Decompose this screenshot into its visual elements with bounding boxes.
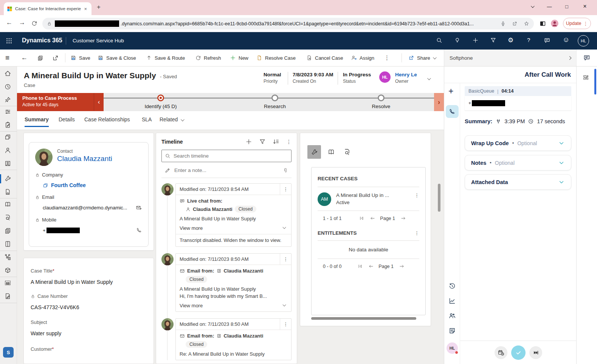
horizontal-scrollbar[interactable] [311,317,416,320]
smiley-icon[interactable]: ☺ [563,36,569,44]
stage-resolve-dot[interactable] [378,94,385,101]
owner-avatar[interactable]: HL [379,71,391,83]
article-search-icon[interactable] [4,214,11,221]
browser-menu-chevron-icon[interactable] [523,0,541,13]
more-commands-icon[interactable]: ⋮ [384,50,390,66]
wrap-up-code-accordion[interactable]: Wrap Up Code • Optional [465,135,571,151]
contacts-person-icon[interactable] [4,147,11,154]
tab-case-relationships[interactable]: Case Relationships [84,116,130,126]
notes-icon[interactable] [448,327,456,335]
search-icon[interactable] [436,37,442,43]
stage-identify-dot[interactable] [157,94,164,101]
area-switcher-badge[interactable]: S [3,347,14,358]
tab-details[interactable]: Details [59,116,75,126]
case-row-more-icon[interactable]: ⋮ [414,192,419,198]
case-title-value[interactable]: A Mineral Build Up in Water Supply [31,279,147,285]
lightbulb-icon[interactable] [454,37,461,43]
first-page-icon[interactable] [359,215,364,221]
window-close-button[interactable]: × [576,0,594,13]
queues-document-icon[interactable] [4,188,11,195]
knowledge-books-icon[interactable] [4,201,11,208]
refresh-button[interactable]: Refresh [195,50,221,66]
softphone-panel-header[interactable]: Softphone [444,50,576,66]
related-tab-search-icon[interactable] [343,148,351,156]
microphone-icon[interactable] [500,21,506,26]
first-page-icon[interactable] [357,263,363,269]
entry-contact-name[interactable]: Claudia Mazzanti [193,206,233,212]
browser-forward-button[interactable]: → [19,19,25,26]
conversations-corner-button[interactable] [576,50,597,66]
flow-alert-icon[interactable] [4,253,11,260]
collapse-header-chevron-icon[interactable] [427,75,430,82]
send-email-icon[interactable] [136,204,142,211]
contact-photo-avatar[interactable] [35,149,53,166]
book-icon[interactable] [4,240,11,248]
owner-name-link[interactable]: Henry Le [395,72,417,77]
case-number-value[interactable]: CAS-47732-V4V6K6 [31,304,147,310]
previous-page-icon[interactable] [370,215,375,221]
tab-close-icon[interactable]: × [82,6,88,12]
share-icon[interactable] [512,21,518,26]
open-in-new-window-icon[interactable] [52,50,59,66]
history-icon[interactable] [448,282,456,290]
owner-field[interactable]: Henry Le Owner [395,72,417,84]
social-profiles-icon[interactable] [4,160,11,167]
note-entry-row[interactable] [161,163,292,178]
save-button[interactable]: Save [70,50,90,66]
recent-clock-icon[interactable] [4,83,11,90]
user-avatar[interactable]: HL [578,35,589,46]
view-more-row[interactable]: View more [180,302,287,308]
active-call-tab[interactable] [446,105,459,118]
favorite-star-icon[interactable] [524,21,529,26]
apps-puzzle-icon[interactable] [582,74,589,81]
help-icon[interactable]: ? [527,37,530,43]
entry-more-icon[interactable]: ⋮ [280,319,291,330]
entry-more-icon[interactable]: ⋮ [280,184,291,195]
stage-identify-label[interactable]: Identify (45 D) [145,104,177,109]
company-link[interactable]: Fourth Coffee [51,182,86,188]
vertical-scrollbar[interactable] [438,184,440,212]
dashboards-icon[interactable] [4,108,11,115]
browser-profile-avatar[interactable] [550,19,559,28]
note-input[interactable] [174,167,279,173]
address-bar[interactable]: .dynamics.com/main.aspx?appid=6685b74b-f… [42,18,534,29]
resolve-case-button[interactable]: Resolve Case [256,50,296,66]
products-box-icon[interactable] [4,266,11,274]
cases-wrench-icon[interactable] [4,175,11,182]
skip-acw-button[interactable] [529,346,542,359]
app-name[interactable]: Customer Service Hub [73,38,124,43]
entry-subject[interactable]: Re: A Mineral Build Up in Water Supply [180,351,287,357]
email-template-icon[interactable] [4,279,11,287]
previous-page-icon[interactable] [368,263,374,269]
document-edit-icon[interactable] [4,293,11,300]
accounts-squares-icon[interactable] [4,133,11,141]
recent-case-row[interactable]: AM A Mineral Build Up in ... Active ⋮ [318,192,419,206]
process-scroll-right-chevron[interactable]: › [434,93,444,111]
new-tab-button[interactable]: + [97,3,101,11]
timeline-search-input[interactable] [174,153,288,159]
entry-subject[interactable]: A Mineral Build Up in Water Supply [180,216,287,221]
sitemap-hamburger-icon[interactable]: ≡ [5,50,9,66]
feedback-chat-icon[interactable] [544,37,550,44]
analytics-chart-icon[interactable] [448,297,456,305]
related-tab-knowledge-icon[interactable] [327,148,335,156]
filter-timeline-icon[interactable] [259,138,266,145]
stage-research-label[interactable]: Research [264,104,286,109]
cancel-case-button[interactable]: Cancel Case [306,50,343,66]
window-minimize-button[interactable]: — [541,0,558,13]
attached-data-accordion[interactable]: Attached Data [465,174,571,190]
settings-gear-icon[interactable]: ⚙ [508,36,513,44]
timeline-more-icon[interactable]: ⋮ [286,139,292,145]
new-session-plus-icon[interactable]: + [448,86,453,96]
pinned-pin-icon[interactable] [4,96,11,103]
stage-research-dot[interactable] [271,94,278,101]
brand-title[interactable]: Dynamics 365 [22,37,62,44]
waffle-menu-icon[interactable] [6,37,12,44]
summary-doc-icon[interactable] [37,50,43,66]
next-page-icon[interactable] [400,215,406,221]
company-value-row[interactable]: Fourth Coffee [43,182,142,188]
contact-name-link[interactable]: Claudia Mazzanti [57,155,112,163]
entry-more-icon[interactable]: ⋮ [280,254,291,265]
add-record-plus-icon[interactable] [245,138,252,145]
notes-accordion[interactable]: Notes • Optional [465,155,571,170]
